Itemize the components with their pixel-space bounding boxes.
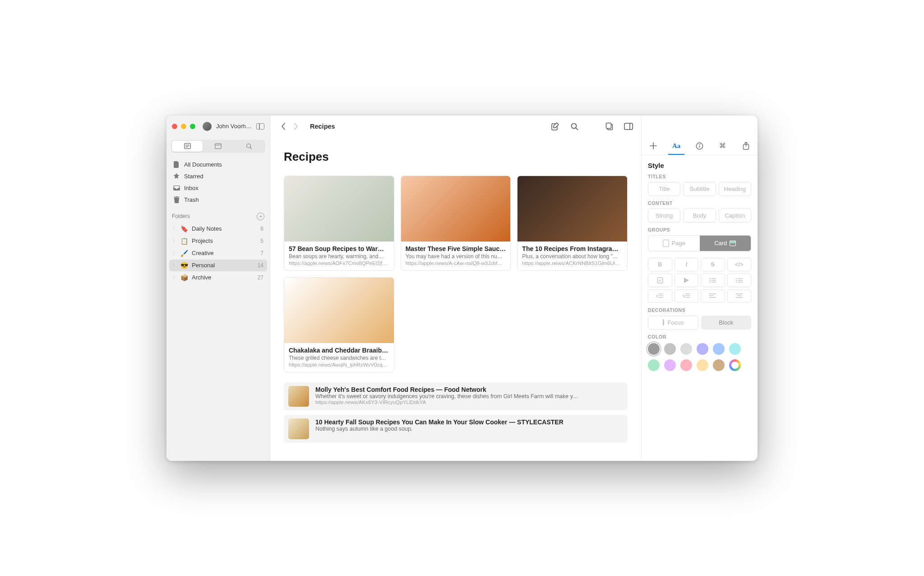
- sidebar-item-label: Inbox: [184, 185, 199, 191]
- style-subtitle[interactable]: Subtitle: [683, 182, 716, 196]
- link-row[interactable]: Molly Yeh's Best Comfort Food Recipes — …: [284, 382, 628, 410]
- style-tab-icon[interactable]: Aa: [670, 137, 683, 154]
- align-center-button[interactable]: [727, 289, 752, 303]
- decorations-label: DECORATIONS: [648, 307, 751, 313]
- avatar[interactable]: [203, 122, 212, 131]
- color-swatch[interactable]: [648, 343, 660, 355]
- sidebar-folder-archive[interactable]: 〉📦Archive27: [169, 272, 267, 283]
- color-swatch[interactable]: [664, 359, 676, 371]
- back-button[interactable]: [278, 121, 288, 131]
- card-description: Plus, a conversation about how long "…: [522, 253, 623, 260]
- color-swatch[interactable]: [713, 359, 725, 371]
- sidebar-item-all-documents[interactable]: All Documents: [169, 159, 267, 170]
- view-calendar-icon[interactable]: [203, 141, 233, 152]
- style-title[interactable]: Title: [648, 182, 680, 196]
- insert-tab-icon[interactable]: [647, 137, 660, 154]
- sidebar-item-label: Trash: [184, 196, 199, 203]
- checkbox-button[interactable]: [648, 274, 672, 287]
- forward-button[interactable]: [291, 121, 301, 131]
- copy-icon[interactable]: [605, 122, 614, 131]
- panel-toggle-icon[interactable]: [624, 122, 633, 131]
- chevron-right-icon: 〉: [173, 238, 177, 244]
- color-swatch[interactable]: [713, 343, 725, 355]
- number-list-button[interactable]: [727, 274, 752, 287]
- sidebar-folder-projects[interactable]: 〉📋Projects5: [169, 235, 267, 247]
- link-card[interactable]: Master These Five Simple Sauc…You may ha…: [401, 176, 511, 271]
- link-card[interactable]: The 10 Recipes From Instagram…Plus, a co…: [517, 176, 628, 271]
- group-page[interactable]: Page: [648, 236, 700, 251]
- color-swatch[interactable]: [664, 343, 676, 355]
- link-title: Molly Yeh's Best Comfort Food Recipes — …: [315, 386, 623, 393]
- folders-label: Folders: [172, 213, 190, 219]
- link-card[interactable]: 57 Bean Soup Recipes to Warm…Bean soups …: [284, 176, 394, 271]
- share-tab-icon[interactable]: [739, 137, 752, 154]
- chevron-right-icon: 〉: [173, 226, 177, 232]
- info-tab-icon[interactable]: [693, 137, 706, 154]
- inspector-heading: Style: [648, 162, 751, 169]
- shortcuts-tab-icon[interactable]: ⌘: [716, 137, 729, 154]
- sidebar-view-switch[interactable]: [171, 140, 265, 153]
- inspector: Aa ⌘ Style TITLES Title Subtitle Heading…: [641, 116, 758, 461]
- svg-line-7: [250, 147, 252, 149]
- bold-button[interactable]: B: [648, 258, 672, 271]
- color-swatch[interactable]: [648, 359, 660, 371]
- inbox-icon: [173, 186, 180, 190]
- svg-point-20: [710, 278, 711, 279]
- indent-button[interactable]: [675, 289, 699, 303]
- app-window: John Voorhe… All Documents Starred: [166, 116, 758, 461]
- color-swatch[interactable]: [729, 343, 741, 355]
- folder-count: 14: [258, 262, 263, 269]
- folder-list: 〉🔖Daily Notes6〉📋Projects5〉🖌️Creative7〉😎P…: [166, 222, 270, 284]
- sidebar-folder-creative[interactable]: 〉🖌️Creative7: [169, 247, 267, 259]
- svg-line-10: [576, 128, 578, 130]
- style-strong[interactable]: Strong: [648, 209, 680, 223]
- play-button[interactable]: [675, 274, 699, 287]
- close-icon[interactable]: [172, 124, 177, 129]
- italic-button[interactable]: I: [675, 258, 699, 271]
- color-swatches: [648, 343, 751, 371]
- align-left-button[interactable]: [701, 289, 725, 303]
- link-card[interactable]: Chakalaka and Cheddar Braaibr…These gril…: [284, 277, 394, 372]
- style-body[interactable]: Body: [683, 209, 716, 223]
- toolbar: Recipes: [270, 116, 641, 137]
- zoom-icon[interactable]: [190, 124, 195, 129]
- style-caption[interactable]: Caption: [719, 209, 751, 223]
- style-heading[interactable]: Heading: [719, 182, 751, 196]
- decoration-focus[interactable]: Focus: [648, 316, 698, 330]
- search-icon[interactable]: [570, 122, 579, 131]
- inspector-tabs: Aa ⌘: [642, 137, 758, 155]
- outdent-button[interactable]: [648, 289, 672, 303]
- add-folder-icon[interactable]: ＋: [257, 213, 264, 220]
- sidebar-folder-daily-notes[interactable]: 〉🔖Daily Notes6: [169, 223, 267, 235]
- folder-count: 7: [260, 250, 263, 256]
- content-label: CONTENT: [648, 200, 751, 206]
- card-grid: 57 Bean Soup Recipes to Warm…Bean soups …: [284, 176, 628, 372]
- chevron-right-icon: 〉: [173, 274, 177, 281]
- document-content[interactable]: Recipes 57 Bean Soup Recipes to Warm…Bea…: [270, 137, 641, 461]
- sidebar-item-trash[interactable]: Trash: [169, 194, 267, 205]
- strike-button[interactable]: S: [701, 258, 725, 271]
- sidebar-item-starred[interactable]: Starred: [169, 171, 267, 182]
- code-button[interactable]: </>: [727, 258, 752, 271]
- color-swatch[interactable]: [680, 359, 692, 371]
- folder-label: Archive: [192, 274, 211, 281]
- color-swatch[interactable]: [697, 359, 708, 371]
- color-swatch[interactable]: [680, 343, 692, 355]
- groups-label: GROUPS: [648, 227, 751, 232]
- group-card[interactable]: Card: [700, 236, 751, 251]
- sidebar-folder-personal[interactable]: 〉😎Personal14: [169, 260, 267, 271]
- sidebar-item-inbox[interactable]: Inbox: [169, 182, 267, 194]
- decoration-block[interactable]: Block: [701, 316, 752, 330]
- link-row[interactable]: 10 Hearty Fall Soup Recipes You Can Make…: [284, 415, 628, 443]
- compose-icon[interactable]: [551, 122, 560, 131]
- bullet-list-button[interactable]: [701, 274, 725, 287]
- view-documents-icon[interactable]: [172, 141, 203, 152]
- minimize-icon[interactable]: [181, 124, 186, 129]
- color-picker-icon[interactable]: [729, 359, 741, 371]
- sidebar-toggle-icon[interactable]: [256, 123, 264, 130]
- window-controls: [172, 124, 195, 129]
- inspector-body: Style TITLES Title Subtitle Heading CONT…: [642, 155, 758, 377]
- view-search-icon[interactable]: [234, 141, 264, 152]
- color-swatch[interactable]: [697, 343, 708, 355]
- page-icon: [663, 240, 669, 247]
